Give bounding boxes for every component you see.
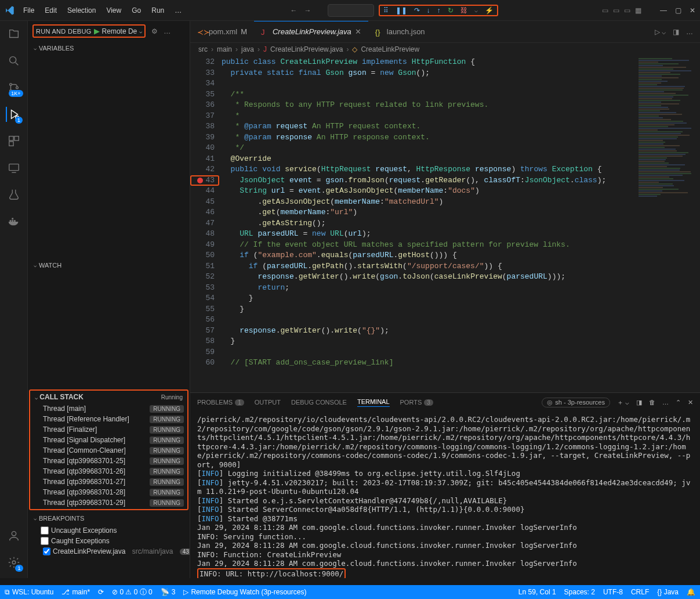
layout-icon[interactable]: ▭ bbox=[602, 6, 608, 15]
run-debug-icon[interactable]: 1 bbox=[6, 107, 21, 122]
tab-pom[interactable]: ≺≻pom.xmlM bbox=[190, 21, 254, 42]
branch[interactable]: ⎇ main* bbox=[61, 588, 90, 596]
cursor-pos[interactable]: Ln 59, Col 1 bbox=[518, 588, 556, 596]
tab-problems[interactable]: PROBLEMS1 bbox=[197, 399, 244, 406]
testing-icon[interactable] bbox=[6, 187, 21, 202]
tab-bar: ≺≻pom.xmlM JCreateLinkPreview.java✕ {}la… bbox=[190, 21, 700, 43]
tab-terminal[interactable]: TERMINAL bbox=[357, 398, 390, 407]
kill-terminal-icon[interactable]: 🗑 bbox=[649, 399, 655, 406]
tab-output[interactable]: OUTPUT bbox=[255, 399, 281, 406]
menu-selection[interactable]: Selection bbox=[63, 4, 100, 17]
menu-edit[interactable]: Edit bbox=[40, 4, 61, 17]
extensions-icon[interactable] bbox=[6, 133, 21, 149]
panel-bottom-icon[interactable]: ▭ bbox=[613, 6, 619, 15]
language[interactable]: {} Java bbox=[657, 588, 679, 596]
new-terminal-icon[interactable]: ＋ ⌵ bbox=[617, 398, 629, 407]
callstack-row[interactable]: Thread [Finalizer]RUNNING bbox=[30, 424, 187, 435]
notifications-icon[interactable]: 🔔 bbox=[687, 588, 695, 596]
watch-header[interactable]: ⌵WATCH bbox=[28, 258, 190, 272]
eol[interactable]: CRLF bbox=[631, 588, 649, 596]
split-icon[interactable]: ◨ bbox=[673, 28, 679, 36]
config-select[interactable]: Remote De ⌵ bbox=[102, 27, 143, 35]
explorer-icon[interactable] bbox=[6, 27, 21, 42]
remote-indicator[interactable]: ⧉ WSL: Ubuntu bbox=[5, 588, 53, 596]
breakpoints-header[interactable]: ⌵BREAKPOINTS bbox=[28, 511, 190, 525]
debug-config[interactable]: ▷ Remote Debug Watch (3p-resources) bbox=[183, 588, 306, 596]
restart-icon[interactable]: ↻ bbox=[448, 6, 454, 15]
statusbar: ⧉ WSL: Ubuntu ⎇ main* ⟳ ⊘ 0 ⚠ 0 ⓘ 0 📡 3 … bbox=[0, 585, 700, 599]
minimap[interactable] bbox=[636, 56, 700, 392]
search-icon[interactable] bbox=[6, 53, 21, 68]
source-control-icon[interactable]: 1K+ bbox=[6, 80, 21, 95]
gear-icon[interactable]: ⚙ bbox=[151, 27, 158, 35]
editor[interactable]: 3233343536373839404142434445464748495051… bbox=[190, 56, 636, 392]
close-icon[interactable]: ✕ bbox=[690, 6, 695, 15]
close-icon[interactable]: ✕ bbox=[355, 27, 361, 36]
bp-file-checkbox[interactable] bbox=[43, 547, 50, 555]
layout-grid-icon[interactable]: ▦ bbox=[635, 6, 641, 15]
callstack-row[interactable]: Thread [qtp399683701-25]RUNNING bbox=[30, 456, 187, 466]
step-into-icon[interactable]: ↓ bbox=[427, 6, 430, 15]
callstack-row[interactable]: Thread [qtp399683701-27]RUNNING bbox=[30, 477, 187, 487]
start-debug-icon[interactable]: ▶ bbox=[94, 27, 100, 35]
terminal[interactable]: /pierrick/.m2/repository/io/cloudevents/… bbox=[190, 412, 700, 578]
maximize-icon[interactable]: ▢ bbox=[675, 6, 681, 15]
caught-checkbox[interactable] bbox=[41, 537, 49, 545]
code[interactable]: public class CreateLinkPreview implement… bbox=[222, 56, 636, 392]
tab-active[interactable]: JCreateLinkPreview.java✕ bbox=[254, 21, 368, 42]
hot-icon[interactable]: ⚡ bbox=[485, 6, 494, 15]
callstack-row[interactable]: Thread [qtp399683701-29]RUNNING bbox=[30, 497, 187, 508]
callstack-row[interactable]: Thread [qtp399683701-28]RUNNING bbox=[30, 487, 187, 497]
run-icon[interactable]: ▷ ⌵ bbox=[655, 28, 666, 36]
nav-back[interactable]: ← bbox=[291, 6, 298, 15]
pause-icon[interactable]: ❚❚ bbox=[396, 6, 407, 15]
remote-icon[interactable] bbox=[6, 160, 21, 175]
gutter[interactable]: 3233343536373839404142434445464748495051… bbox=[190, 56, 222, 392]
variables-header[interactable]: ⌵VARIABLES bbox=[28, 41, 190, 55]
command-center[interactable] bbox=[328, 4, 374, 17]
nav-fwd[interactable]: → bbox=[304, 6, 311, 15]
step-over-icon[interactable]: ↷ bbox=[414, 6, 420, 15]
callstack-row[interactable]: Thread [Reference Handler]RUNNING bbox=[30, 414, 187, 424]
split-terminal-icon[interactable]: ◨ bbox=[636, 399, 642, 406]
more-icon[interactable]: … bbox=[164, 27, 171, 35]
ports-status[interactable]: 📡 3 bbox=[161, 588, 176, 596]
tab-launch[interactable]: {}launch.json bbox=[368, 21, 432, 42]
minimize-icon[interactable]: — bbox=[660, 6, 667, 15]
menu-go[interactable]: Go bbox=[127, 4, 146, 17]
indent[interactable]: Spaces: 2 bbox=[564, 588, 595, 596]
uncaught-checkbox[interactable] bbox=[41, 526, 49, 535]
terminal-select[interactable]: ◎ sh - 3p-resources bbox=[542, 398, 610, 407]
menu-run[interactable]: Run bbox=[147, 4, 169, 17]
callstack-row[interactable]: Thread [Signal Dispatcher]RUNNING bbox=[30, 435, 187, 445]
callstack-row[interactable]: Thread [qtp399683701-26]RUNNING bbox=[30, 466, 187, 477]
disconnect-icon[interactable]: ⛓ bbox=[460, 6, 467, 15]
callstack-row[interactable]: Thread [Common-Cleaner]RUNNING bbox=[30, 445, 187, 456]
tab-debug-console[interactable]: DEBUG CONSOLE bbox=[291, 399, 347, 406]
settings-icon[interactable]: 1 bbox=[6, 555, 21, 570]
close-panel-icon[interactable]: ✕ bbox=[688, 399, 693, 406]
menu-view[interactable]: View bbox=[101, 4, 126, 17]
breadcrumbs[interactable]: src› main› java› J CreateLinkPreview.jav… bbox=[190, 43, 700, 56]
maximize-panel-icon[interactable]: ⌃ bbox=[676, 399, 681, 406]
svg-rect-5 bbox=[9, 136, 13, 140]
vscode-logo bbox=[5, 5, 15, 16]
encoding[interactable]: UTF-8 bbox=[603, 588, 623, 596]
problems-status[interactable]: ⊘ 0 ⚠ 0 ⓘ 0 bbox=[112, 587, 153, 597]
callstack-row[interactable]: Thread [main]RUNNING bbox=[30, 403, 187, 414]
panel-right-icon[interactable]: ▭ bbox=[624, 6, 630, 15]
more-icon[interactable]: … bbox=[662, 399, 669, 406]
step-out-icon[interactable]: ↑ bbox=[437, 6, 441, 15]
account-icon[interactable] bbox=[6, 528, 21, 543]
run-debug-header: RUN AND DEBUG ▶ Remote De ⌵ bbox=[32, 24, 146, 38]
tab-ports[interactable]: PORTS3 bbox=[400, 399, 433, 406]
menu-file[interactable]: File bbox=[19, 4, 39, 17]
drag-icon[interactable]: ⠿ bbox=[383, 6, 389, 15]
docker-icon[interactable] bbox=[6, 214, 21, 229]
menu-more[interactable]: … bbox=[170, 4, 186, 17]
more-icon[interactable]: … bbox=[686, 28, 693, 36]
menubar: File Edit Selection View Go Run … bbox=[19, 4, 186, 17]
chevron-down-icon[interactable]: ⌵ bbox=[474, 7, 478, 13]
svg-point-0 bbox=[9, 57, 16, 63]
sync[interactable]: ⟳ bbox=[98, 588, 104, 596]
